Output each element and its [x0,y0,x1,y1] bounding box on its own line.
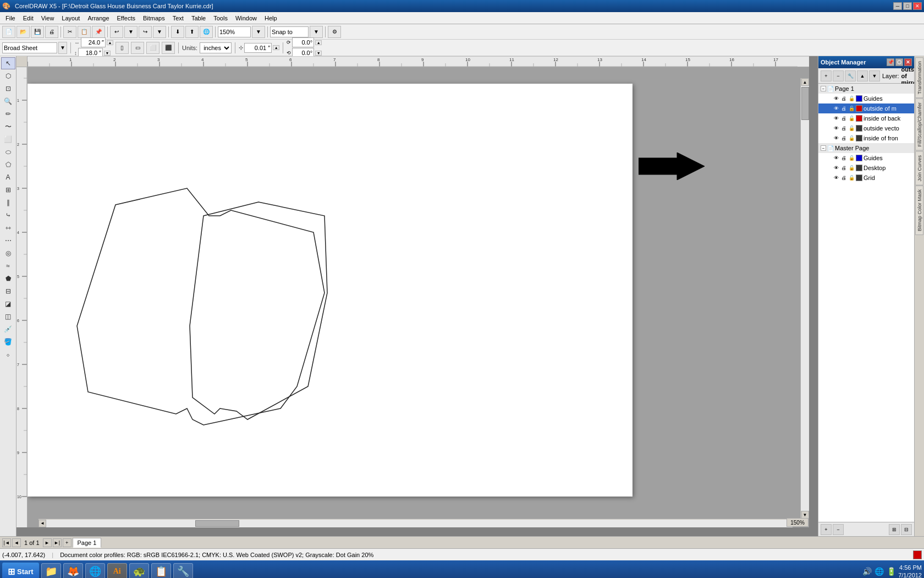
page1-expand[interactable]: − [821,86,826,91]
obj-tree[interactable]: − 📄 Page 1 👁 🖨 🔓 Guides 👁 🖨 🔓 outside of [818,84,914,522]
redo-dropdown-btn[interactable]: ▼ [153,26,166,38]
open-btn[interactable]: 📂 [16,26,30,38]
interactive-fill[interactable]: ⬦ [1,348,15,361]
measure-tool[interactable]: ⇿ [1,222,15,234]
expand-all-btn[interactable]: ⊞ [889,524,900,535]
collapse-all-btn[interactable]: ⊟ [901,524,912,535]
layer-move-up-btn[interactable]: ▲ [857,70,868,81]
height-up[interactable]: ▼ [104,51,111,56]
menu-view[interactable]: View [38,14,58,23]
zoom-dropdown-arrow[interactable]: ▼ [252,26,265,38]
page1-tab[interactable]: Page 1 [73,538,102,548]
layer-props-btn[interactable]: 🔧 [845,70,856,81]
angle2-up[interactable]: ▼ [315,51,322,56]
h-scroll-track[interactable] [46,520,793,527]
outside-print[interactable]: 🖨 [840,105,847,112]
menu-table[interactable]: Table [188,14,209,23]
v-scroll-track[interactable] [801,86,809,511]
save-btn[interactable]: 💾 [31,26,44,38]
drawing-area[interactable]: ▲ ▼ ◄ ► [28,67,809,527]
obj-manager-header-btns[interactable]: 📌 ⬡ ✕ [887,58,912,66]
v-scroll-thumb[interactable] [801,87,809,120]
angle1-input[interactable] [292,37,314,47]
mguides-eye[interactable]: 👁 [833,155,839,161]
transparency-tool[interactable]: ◫ [1,310,15,323]
h-scroll-left[interactable]: ◄ [38,520,46,527]
publish-btn[interactable]: 🌐 [200,26,213,38]
mguides-lock[interactable]: 🔓 [848,155,855,161]
ovec-print[interactable]: 🖨 [840,125,847,132]
zoom-dropdown[interactable]: 150% [218,26,251,37]
new-btn[interactable]: 📄 [2,26,15,38]
copy-btn[interactable]: 📋 [78,26,91,38]
taskbar-explorer[interactable]: 📁 [41,563,61,578]
menu-layout[interactable]: Layout [58,14,83,23]
tree-guides[interactable]: 👁 🖨 🔓 Guides [818,94,914,103]
connector-tool[interactable]: ⤷ [1,209,15,221]
tree-desktop[interactable]: 👁 🖨 🔓 Desktop [818,163,914,173]
maximize-btn[interactable]: □ [903,2,912,10]
ovec-lock[interactable]: 🔓 [848,125,855,132]
menu-window[interactable]: Window [232,14,260,23]
v-scroll-down[interactable]: ▼ [801,511,809,519]
iback-print[interactable]: 🖨 [840,115,847,122]
envelope-tool[interactable]: ⬟ [1,272,15,285]
menu-help[interactable]: Help [261,14,280,23]
page-border-btn[interactable]: ⬜ [146,42,160,54]
v-scroll-up[interactable]: ▲ [801,78,809,86]
tree-inside-back[interactable]: 👁 🖨 🔓 inside of back [818,113,914,123]
distort-tool[interactable]: ≈ [1,260,15,272]
menu-edit[interactable]: Edit [20,14,37,23]
width-input[interactable]: 24.0" [81,37,106,47]
outside-lock[interactable]: 🔓 [848,105,855,112]
ifron-lock[interactable]: 🔓 [848,135,855,141]
redo-btn[interactable]: ↪ [139,26,152,38]
layer-del-btn[interactable]: − [833,70,844,81]
layer-move-dn-btn[interactable]: ▼ [869,70,880,81]
tree-inside-fron[interactable]: 👁 🖨 🔓 inside of fron [818,133,914,143]
tree-master-page[interactable]: − 📄 Master Page [818,143,914,153]
clock[interactable]: 4:56 PM 7/1/2012 [898,564,922,578]
shape-tool[interactable]: ⬡ [1,70,15,82]
guides-eye[interactable]: 👁 [833,95,839,102]
guides-lock[interactable]: 🔓 [848,95,855,102]
parallel-tool[interactable]: ∥ [1,197,15,209]
menu-file[interactable]: File [2,14,19,23]
menu-text[interactable]: Text [169,14,187,23]
shadow-tool[interactable]: ◪ [1,298,15,310]
eyedropper-tool[interactable]: 💉 [1,323,15,335]
options-btn[interactable]: ⚙ [328,26,341,38]
tray-icon1[interactable]: 🔊 [862,566,872,576]
page-next-btn[interactable]: ► [43,538,52,547]
obj-manager-float[interactable]: ⬡ [895,58,903,66]
zoom-indicator[interactable]: 150% [787,518,809,527]
outside-eye[interactable]: 👁 [833,105,839,112]
extrude-tool[interactable]: ⊟ [1,285,15,297]
snap-to-arrow[interactable]: ▼ [310,26,323,38]
ifron-print[interactable]: 🖨 [840,135,847,141]
tree-outside-mirror[interactable]: 👁 🖨 🔓 outside of m [818,103,914,113]
tree-page1[interactable]: − 📄 Page 1 [818,84,914,94]
smart-draw-tool[interactable]: 〜 [1,121,15,133]
iback-lock[interactable]: 🔓 [848,115,855,122]
zoom-tool[interactable]: 🔍 [1,95,15,107]
title-bar-controls[interactable]: ─ □ ✕ [893,2,922,10]
crop-tool[interactable]: ⊡ [1,83,15,95]
menu-arrange[interactable]: Arrange [84,14,112,23]
vtab-transformation[interactable]: Transformation [915,57,923,98]
page-size-arrow[interactable]: ▼ [58,42,67,54]
menu-effects[interactable]: Effects [114,14,139,23]
taskbar-app6[interactable]: 📋 [151,563,171,578]
vtab-bitmapcolor[interactable]: Bitmap Color Mask [915,186,923,235]
menu-bitmaps[interactable]: Bitmaps [140,14,168,23]
obj-manager-pin[interactable]: 📌 [887,58,894,66]
tree-outside-vecto[interactable]: 👁 🖨 🔓 outside vecto [818,123,914,133]
master-expand[interactable]: − [821,145,826,151]
delete-layer-btn[interactable]: − [833,524,844,535]
rect-tool[interactable]: ⬜ [1,133,15,145]
minimize-btn[interactable]: ─ [893,2,902,10]
page-first-btn[interactable]: |◄ [2,538,11,547]
v-scrollbar[interactable]: ▲ ▼ [800,78,809,519]
units-select[interactable]: inches cm mm [200,42,232,53]
desktop-print[interactable]: 🖨 [840,165,847,171]
